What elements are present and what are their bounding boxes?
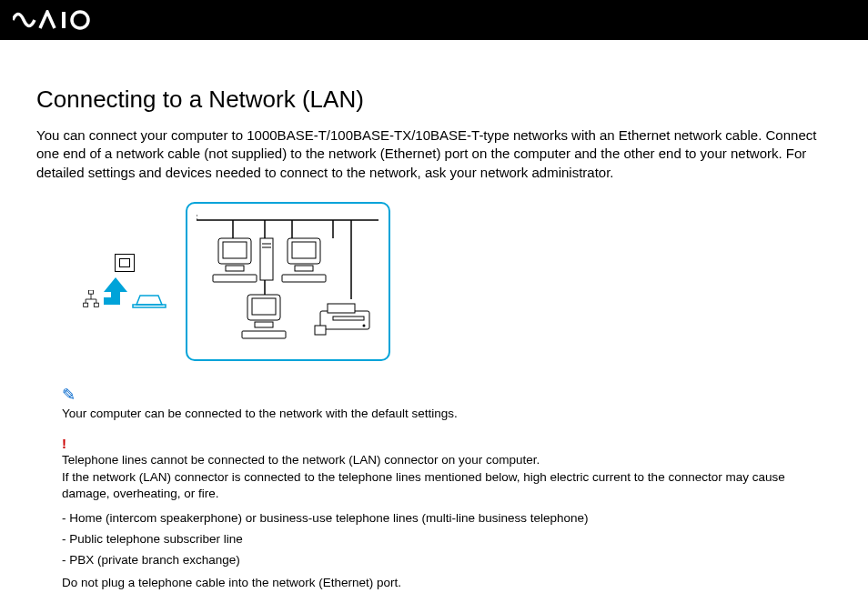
vaio-logo (13, 10, 99, 30)
svg-rect-19 (226, 266, 244, 271)
section-label: Using Peripheral Devices (699, 21, 852, 35)
bullet-item: Home (intercom speakerphone) or business… (62, 511, 832, 525)
network-topology-icon (82, 290, 100, 308)
svg-rect-27 (282, 275, 326, 282)
laptop-icon (131, 294, 167, 308)
up-arrow-icon (104, 277, 127, 308)
svg-rect-29 (252, 298, 276, 315)
prev-page-arrow[interactable]: ◀ (806, 5, 816, 20)
svg-rect-21 (260, 238, 273, 280)
svg-rect-25 (292, 242, 316, 258)
svg-point-36 (363, 324, 366, 327)
warning-line1: Telephone lines cannot be connected to t… (62, 452, 832, 468)
network-diagram (82, 202, 832, 361)
svg-rect-7 (84, 303, 88, 306)
page-title: Connecting to a Network (LAN) (36, 85, 832, 114)
warning-exclamation-icon: ! (62, 436, 66, 451)
warning-bullets: Home (intercom speakerphone) or business… (62, 511, 832, 567)
svg-point-1 (72, 12, 88, 28)
page-content: Connecting to a Network (LAN) You can co… (0, 40, 868, 608)
bullet-item: PBX (private branch exchange) (62, 553, 832, 567)
final-note: Do not plug a telephone cable into the n… (62, 576, 832, 589)
svg-rect-34 (315, 326, 326, 335)
page-header: ◀ 94 ▶ Using Peripheral Devices (0, 0, 868, 40)
svg-rect-31 (242, 331, 286, 338)
note-block: ✎ Your computer can be connected to the … (62, 385, 832, 422)
warning-line2: If the network (LAN) connector is connec… (62, 469, 832, 502)
warning-block: ! Telephone lines cannot be connected to… (62, 436, 832, 502)
svg-rect-2 (89, 290, 94, 294)
note-pen-icon: ✎ (62, 386, 76, 404)
next-page-arrow[interactable]: ▶ (842, 5, 852, 20)
svg-rect-35 (333, 317, 364, 320)
svg-rect-18 (223, 242, 247, 258)
bullet-item: Public telephone subscriber line (62, 532, 832, 546)
note-text: Your computer can be connected to the ne… (62, 407, 458, 420)
svg-rect-26 (295, 266, 313, 271)
svg-rect-33 (328, 304, 355, 313)
page-nav: ◀ 94 ▶ (806, 5, 852, 20)
page-number: 94 (822, 5, 836, 20)
svg-rect-20 (213, 275, 257, 282)
port-indicator (82, 254, 167, 308)
intro-paragraph: You can connect your computer to 1000BAS… (36, 126, 832, 182)
lan-diagram-box (186, 202, 390, 361)
ethernet-port-icon (115, 254, 135, 272)
svg-rect-0 (62, 12, 66, 28)
svg-rect-30 (255, 322, 273, 327)
svg-rect-9 (133, 305, 166, 307)
svg-rect-8 (94, 303, 98, 306)
